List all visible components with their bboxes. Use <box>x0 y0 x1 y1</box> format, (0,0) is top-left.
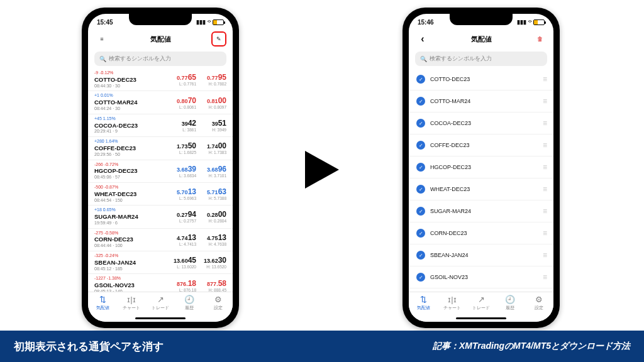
tab-icon: ɪ|ɪ <box>127 295 135 304</box>
drag-handle-icon[interactable]: ≡ <box>543 141 546 150</box>
status-time: 15:46 <box>418 19 434 26</box>
timestamp: 20:29:56 ∙ 50 <box>94 152 136 158</box>
drag-handle-icon[interactable]: ≡ <box>543 75 546 84</box>
check-icon[interactable]: ✓ <box>416 163 425 172</box>
edit-row[interactable]: ✓GSOIL-NOV23≡ <box>409 266 553 288</box>
change-value: -1227 -1.38% <box>94 276 135 282</box>
tab-icon: ⇅ <box>420 295 427 304</box>
signal-icon: ▮▮▮ <box>196 19 206 25</box>
symbol-name: CORN-DEC23 <box>430 230 467 236</box>
timestamp: 08:44:30 ∙ 30 <box>94 84 136 89</box>
quote-row[interactable]: -266 -0.72% HGCOP-DEC23 08:45:06 ∙ 57 3.… <box>88 160 233 183</box>
ask-price: 3951H: 3949 <box>201 119 226 132</box>
transition-arrow-icon <box>305 151 339 191</box>
check-icon[interactable]: ✓ <box>416 229 425 238</box>
drag-handle-icon[interactable]: ≡ <box>543 229 546 238</box>
phone-after: 15:46 ▮▮▮ ⌔ ‹ 気配値 🗑 🔍 検索するシンボルを入力 ✓COTTO… <box>402 8 560 328</box>
caption-left: 初期表示される通貨ペアを消す <box>14 339 164 354</box>
symbol-name: SUGAR-MAR24 <box>430 208 471 214</box>
menu-button[interactable]: ≡ <box>94 31 109 47</box>
drag-handle-icon[interactable]: ≡ <box>543 119 546 128</box>
check-icon[interactable]: ✓ <box>416 141 425 150</box>
edit-row[interactable]: ✓COTTO-MAR24≡ <box>409 90 553 112</box>
quote-row[interactable]: +1 0.01% COTTO-MAR24 08:44:24 ∙ 30 0.807… <box>88 91 233 114</box>
edit-row[interactable]: ✓SBEAN-JAN24≡ <box>409 244 553 266</box>
symbol-name: COFFE-DEC23 <box>430 142 470 148</box>
edit-row[interactable]: ✓COCOA-DEC23≡ <box>409 112 553 134</box>
edit-row[interactable]: ✓WHEAT-DEC23≡ <box>409 178 553 200</box>
search-placeholder: 検索するシンボルを入力 <box>109 55 171 63</box>
quote-row[interactable]: +18 0.65% SUGAR-MAR24 19:59:49 ∙ 6 0.279… <box>88 206 233 228</box>
symbol-name: SBEAN-JAN24 <box>430 252 469 258</box>
home-indicator <box>135 317 186 319</box>
pencil-icon: ✎ <box>216 36 221 42</box>
bid-price: 3942L: 3861 <box>171 119 196 132</box>
svg-marker-0 <box>305 151 339 189</box>
quote-row[interactable]: -500 -0.87% WHEAT-DEC23 08:44:54 ∙ 150 5… <box>88 183 233 206</box>
check-icon[interactable]: ✓ <box>416 251 425 260</box>
home-indicator <box>456 317 506 319</box>
drag-handle-icon[interactable]: ≡ <box>543 97 546 106</box>
timestamp: 08:44:54 ∙ 150 <box>94 198 136 204</box>
tab-icon: ⚙ <box>535 295 543 304</box>
edit-row[interactable]: ✓CORN-DEC23≡ <box>409 222 553 244</box>
quote-row[interactable]: -9 -0.12% COTTO-DEC23 08:44:30 ∙ 30 0.77… <box>88 69 233 91</box>
quote-row[interactable]: -275 -0.58% CORN-DEC23 08:44:44 ∙ 100 4.… <box>88 229 233 251</box>
check-icon[interactable]: ✓ <box>416 273 425 282</box>
drag-handle-icon[interactable]: ≡ <box>543 273 546 282</box>
bid-price: 4.7413L: 4.7413 <box>171 233 196 246</box>
quote-row[interactable]: +280 1.64% COFFE-DEC23 20:29:56 ∙ 50 1.7… <box>88 137 233 160</box>
tab-設定[interactable]: ⚙設定 <box>525 295 553 322</box>
battery-icon <box>213 19 224 25</box>
symbol-name: SUGAR-MAR24 <box>94 213 138 221</box>
search-input[interactable]: 🔍 検索するシンボルを入力 <box>94 52 226 66</box>
drag-handle-icon[interactable]: ≡ <box>543 207 546 216</box>
change-value: -266 -0.72% <box>94 162 138 168</box>
notch <box>129 14 192 25</box>
quote-row[interactable]: +45 1.15% COCOA-DEC23 20:29:41 ∙ 9 3942L… <box>88 114 233 137</box>
tab-設定[interactable]: ⚙設定 <box>204 295 233 322</box>
bid-price: 0.2794L: 0.2757 <box>171 210 196 223</box>
check-icon[interactable]: ✓ <box>416 119 425 128</box>
edit-row[interactable]: ✓COFFE-DEC23≡ <box>409 134 553 156</box>
symbol-name: COTTO-MAR24 <box>94 99 137 106</box>
edit-button[interactable]: ✎ <box>211 31 226 47</box>
tab-label: 設定 <box>535 305 543 311</box>
tab-label: 設定 <box>214 305 223 311</box>
check-icon[interactable]: ✓ <box>416 185 425 194</box>
tab-label: トレード <box>152 305 169 311</box>
drag-handle-icon[interactable]: ≡ <box>543 163 546 172</box>
tab-label: トレード <box>472 305 490 311</box>
back-button[interactable]: ‹ <box>415 31 430 47</box>
edit-row[interactable]: ✓HGCOP-DEC23≡ <box>409 156 553 178</box>
signal-icon: ▮▮▮ <box>517 19 526 25</box>
tab-気配値[interactable]: ⇅気配値 <box>88 295 117 322</box>
bid-price: 13.6045L: 13.6020 <box>171 256 196 269</box>
change-value: +280 1.64% <box>94 139 136 145</box>
caption-banner: 初期表示される通貨ペアを消す 記事：XMTradingのMT4/MT5とダウンロ… <box>0 331 644 362</box>
edit-list[interactable]: ✓COTTO-DEC23≡✓COTTO-MAR24≡✓COCOA-DEC23≡✓… <box>409 69 553 307</box>
symbol-name: CORN-DEC23 <box>94 236 133 243</box>
battery-icon <box>533 19 545 25</box>
tab-label: 履歴 <box>185 305 194 311</box>
symbol-name: HGCOP-DEC23 <box>430 164 471 170</box>
navbar: ‹ 気配値 🗑 <box>409 28 553 49</box>
symbol-name: COTTO-DEC23 <box>94 76 136 84</box>
search-input[interactable]: 🔍 検索するシンボルを入力 <box>415 52 547 66</box>
edit-row[interactable]: ✓COTTO-DEC23≡ <box>409 69 553 90</box>
check-icon[interactable]: ✓ <box>416 97 425 106</box>
edit-row[interactable]: ✓SUGAR-MAR24≡ <box>409 200 553 222</box>
delete-button[interactable]: 🗑 <box>532 31 547 47</box>
check-icon[interactable]: ✓ <box>416 75 425 84</box>
tab-icon: ⚙ <box>214 295 222 304</box>
quotes-list[interactable]: -9 -0.12% COTTO-DEC23 08:44:30 ∙ 30 0.77… <box>88 69 233 307</box>
drag-handle-icon[interactable]: ≡ <box>543 251 546 260</box>
drag-handle-icon[interactable]: ≡ <box>543 185 546 194</box>
change-value: -9 -0.12% <box>94 70 136 76</box>
tab-気配値[interactable]: ⇅気配値 <box>409 295 438 322</box>
check-icon[interactable]: ✓ <box>416 207 425 216</box>
timestamp: 19:59:49 ∙ 6 <box>94 221 138 226</box>
wifi-icon: ⌔ <box>528 19 531 25</box>
quote-row[interactable]: -325 -0.24% SBEAN-JAN24 08:45:12 ∙ 185 1… <box>88 251 233 274</box>
symbol-name: HGCOP-DEC23 <box>94 167 138 175</box>
